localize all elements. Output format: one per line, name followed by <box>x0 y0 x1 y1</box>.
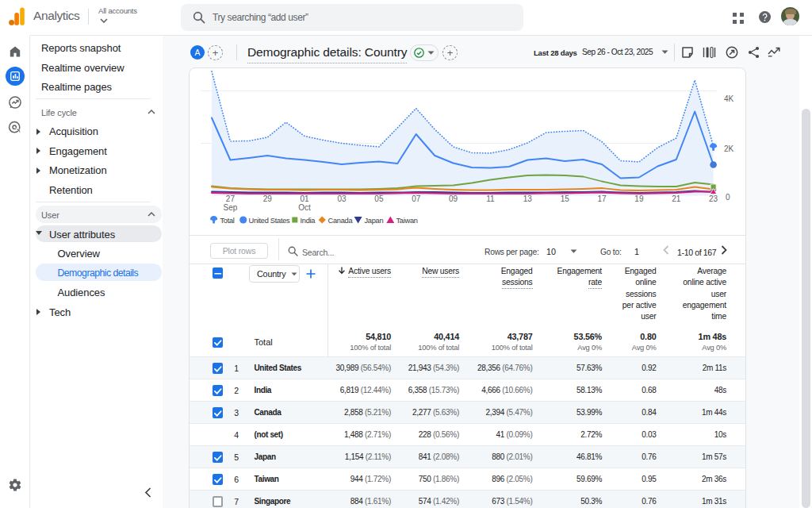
svg-text:23: 23 <box>709 194 718 203</box>
svg-text:17: 17 <box>597 194 607 203</box>
svg-text:19: 19 <box>634 194 644 203</box>
svg-text:07: 07 <box>412 194 421 203</box>
svg-text:Sep: Sep <box>224 203 238 212</box>
svg-text:4K: 4K <box>724 94 734 103</box>
svg-text:United States: United States <box>249 217 291 225</box>
svg-text:11: 11 <box>486 194 495 203</box>
svg-text:Canada: Canada <box>328 217 354 225</box>
svg-text:27: 27 <box>226 194 236 203</box>
svg-text:09: 09 <box>449 194 458 203</box>
svg-text:05: 05 <box>374 194 384 203</box>
svg-text:Japan: Japan <box>365 217 384 225</box>
svg-text:01: 01 <box>301 194 310 203</box>
svg-text:India: India <box>301 217 316 225</box>
svg-text:13: 13 <box>523 194 533 203</box>
svg-text:03: 03 <box>337 194 347 203</box>
svg-text:15: 15 <box>561 194 570 203</box>
svg-text:21: 21 <box>672 194 681 203</box>
svg-text:Taiwan: Taiwan <box>396 217 418 225</box>
svg-text:Oct: Oct <box>298 203 311 212</box>
svg-text:29: 29 <box>263 194 273 203</box>
svg-text:0: 0 <box>726 193 730 202</box>
svg-text:Total: Total <box>220 217 235 225</box>
svg-text:2K: 2K <box>724 144 734 153</box>
